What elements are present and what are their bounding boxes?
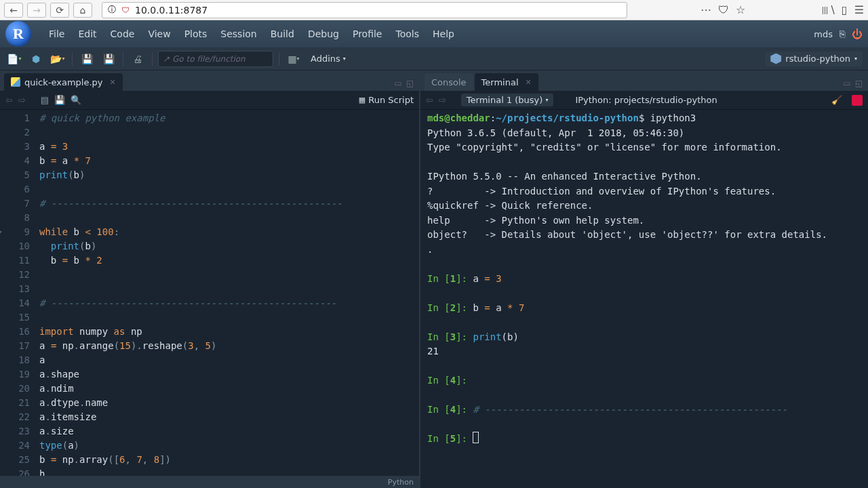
term-forward-icon[interactable]: ⇨ (439, 95, 446, 105)
python-file-icon (11, 77, 20, 87)
url-bar[interactable]: ⓘ 🛡 10.0.0.11:8787 (102, 2, 627, 18)
save-all-button[interactable]: 💾 (100, 51, 117, 67)
browser-home-button[interactable]: ⌂ (73, 3, 92, 18)
term-back-icon[interactable]: ⇦ (426, 95, 433, 105)
user-label: mds (814, 29, 833, 39)
back-icon[interactable]: ⇦ (5, 95, 13, 105)
maximize-pane-icon[interactable]: ◱ (855, 79, 863, 88)
terminal[interactable]: mds@cheddar:~/projects/rstudio-python$ i… (420, 110, 868, 488)
save-button[interactable]: 💾 (78, 51, 96, 67)
source-pane: quick-example.py ✕ ▭ ◱ ⇦ ⇨ ▤ 💾 🔍 ▦ Run S… (0, 70, 420, 488)
shield-icon[interactable]: 🛡 (718, 3, 729, 16)
source-tabstrip: quick-example.py ✕ ▭ ◱ (0, 70, 419, 91)
browser-back-button[interactable]: ← (4, 3, 23, 18)
insecure-icon: 🛡 (121, 5, 130, 15)
menu-session[interactable]: Session (214, 24, 263, 43)
find-icon[interactable]: 🔍 (71, 95, 81, 105)
menu-plots[interactable]: Plots (178, 24, 214, 43)
source-tab[interactable]: quick-example.py ✕ (4, 73, 123, 91)
menu-code[interactable]: Code (104, 24, 142, 43)
browser-reload-button[interactable]: ⟳ (50, 3, 69, 18)
close-tab-icon[interactable]: ✕ (110, 78, 116, 87)
menu-view[interactable]: View (141, 24, 177, 43)
open-file-button[interactable]: 📂▾ (49, 51, 66, 67)
main-toolbar: 📄▾ ⬢ 📂▾ 💾 💾 🖨 ↗Go to file/function ▦▾ Ad… (0, 47, 868, 70)
console-pane: Console Terminal✕ ▭ ◱ ⇦ ⇨ Terminal 1 (bu… (420, 70, 868, 488)
menu-profile[interactable]: Profile (346, 24, 389, 43)
console-tabstrip: Console Terminal✕ ▭ ◱ (420, 70, 868, 91)
addins-button[interactable]: Addins ▾ (307, 54, 350, 64)
editor-status: Python (0, 476, 419, 488)
save-source-icon[interactable]: 💾 (54, 95, 65, 105)
terminal-title: IPython: projects/rstudio-python (575, 95, 717, 105)
tab-console[interactable]: Console (425, 73, 473, 91)
menu-edit[interactable]: Edit (71, 24, 103, 43)
hamburger-icon[interactable]: ☰ (854, 3, 864, 16)
close-terminal-icon[interactable]: ✕ (526, 78, 532, 87)
run-icon: ▦ (359, 96, 366, 104)
print-button[interactable]: 🖨 (129, 51, 146, 67)
hex-icon (770, 54, 781, 64)
new-project-button[interactable]: ⬢ (27, 51, 45, 67)
browser-toolbar: ← → ⟳ ⌂ ⓘ 🛡 10.0.0.11:8787 ⋯ 🛡 ☆ ⫼\ ▯ ☰ (0, 0, 868, 20)
show-in-new-window-icon[interactable]: ▤ (41, 95, 49, 105)
clear-icon[interactable]: 🧹 (831, 95, 842, 105)
forward-icon[interactable]: ⇨ (18, 95, 26, 105)
terminal-toolbar: ⇦ ⇨ Terminal 1 (busy) ▾ IPython: project… (420, 91, 868, 110)
minimize-pane-icon[interactable]: ▭ (394, 79, 401, 88)
sidebar-icon[interactable]: ▯ (842, 3, 848, 16)
maximize-pane-icon[interactable]: ◱ (406, 79, 414, 88)
more-icon[interactable]: ⋯ (701, 3, 711, 16)
source-tab-label: quick-example.py (24, 77, 103, 87)
menubar: R FileEditCodeViewPlotsSessionBuildDebug… (0, 20, 868, 47)
menu-build[interactable]: Build (264, 24, 301, 43)
menu-help[interactable]: Help (426, 24, 461, 43)
rstudio-logo: R (5, 21, 31, 47)
tab-terminal[interactable]: Terminal✕ (475, 73, 538, 91)
new-file-button[interactable]: 📄▾ (5, 51, 23, 67)
code-editor[interactable]: 1234567891011121314151617181920212223242… (0, 110, 419, 476)
source-toolbar: ⇦ ⇨ ▤ 💾 🔍 ▦ Run Script (0, 91, 419, 110)
goto-file-input[interactable]: ↗Go to file/function (158, 51, 273, 67)
grid-button[interactable]: ▦▾ (285, 51, 302, 67)
run-script-button[interactable]: ▦ Run Script (359, 95, 414, 105)
bookmark-icon[interactable]: ☆ (736, 3, 745, 16)
stop-icon[interactable] (852, 95, 863, 106)
browser-forward-button[interactable]: → (27, 3, 46, 18)
library-icon[interactable]: ⫼\ (820, 3, 834, 16)
user-icon[interactable]: ⎘ (840, 28, 845, 39)
terminal-selector[interactable]: Terminal 1 (busy) ▾ (461, 94, 554, 106)
project-selector[interactable]: rstudio-python ▾ (765, 52, 863, 66)
menu-tools[interactable]: Tools (389, 24, 426, 43)
url-text: 10.0.0.11:8787 (135, 5, 208, 16)
menu-debug[interactable]: Debug (301, 24, 346, 43)
info-icon: ⓘ (108, 4, 116, 16)
power-icon[interactable]: ⏻ (852, 28, 863, 41)
minimize-pane-icon[interactable]: ▭ (843, 79, 850, 88)
menu-file[interactable]: File (42, 24, 71, 43)
